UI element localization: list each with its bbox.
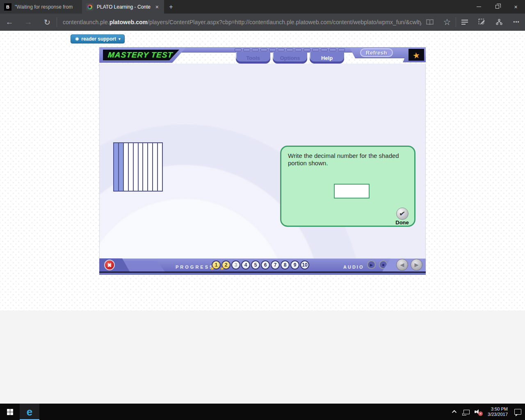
progress-circle-8[interactable]: 8 xyxy=(281,260,290,269)
plato-content-player: MASTERY TEST Tools Options Help Refresh … xyxy=(99,47,426,275)
plato-star-inner: ★ xyxy=(409,49,424,61)
plato-star-icon: ★ xyxy=(412,50,421,59)
strip-cell xyxy=(129,143,134,191)
restore-button[interactable] xyxy=(488,0,507,14)
header-segment xyxy=(338,48,345,51)
strip-cell xyxy=(124,143,129,191)
windows-taskbar: e xyxy=(0,404,525,420)
browser-tab-waiting[interactable]: B "Waiting for response from xyxy=(0,0,82,14)
progress-circle-7[interactable]: 7 xyxy=(271,260,280,269)
reading-view-icon[interactable] xyxy=(421,19,438,25)
header-segment xyxy=(312,48,319,51)
gear-icon: ✱ xyxy=(75,37,79,42)
refresh-button[interactable]: Refresh xyxy=(360,48,393,57)
strip-cell xyxy=(158,143,162,191)
done-circle[interactable]: ✔ xyxy=(396,208,409,220)
minimize-icon xyxy=(477,7,481,7)
tab-options[interactable]: Options xyxy=(273,52,307,64)
previous-question-button[interactable]: ◀ xyxy=(396,259,408,271)
windows-logo-icon xyxy=(7,409,13,415)
question-panel: Write the decimal number for the shaded … xyxy=(280,146,415,227)
b-favicon-icon: B xyxy=(4,3,11,11)
action-center-icon[interactable] xyxy=(513,404,523,420)
answer-input[interactable] xyxy=(334,184,370,199)
header-segment xyxy=(252,48,259,51)
reader-support-label: reader support xyxy=(81,36,116,42)
taskbar-edge-button[interactable]: e xyxy=(20,404,39,420)
browser-window: B "Waiting for response from PLATO Learn… xyxy=(0,0,525,420)
hub-lines-icon xyxy=(461,18,468,26)
audio-play-button[interactable]: ▶ xyxy=(367,260,376,269)
progress-circle-1[interactable]: 1★ xyxy=(212,260,221,269)
header-segment xyxy=(269,48,276,51)
strip-cell xyxy=(139,143,144,191)
new-tab-button[interactable]: + xyxy=(164,0,178,14)
header-segment xyxy=(243,48,250,51)
tab-help[interactable]: Help xyxy=(310,52,344,64)
system-tray: ✕ 3:50 PM 3/23/2017 xyxy=(450,404,525,420)
url-field[interactable]: contentlaunch.ple.platoweb.com/players/C… xyxy=(57,19,421,25)
header-segment xyxy=(295,48,302,51)
audio-label: AUDIO xyxy=(343,265,364,269)
header-segment xyxy=(278,48,285,51)
favorites-star-icon[interactable]: ☆ xyxy=(438,17,456,27)
done-button[interactable]: ✔ Done xyxy=(395,208,409,226)
edge-icon: e xyxy=(27,406,32,417)
share-icon[interactable] xyxy=(491,18,508,26)
done-label: Done xyxy=(395,219,409,226)
progress-circle-2[interactable]: 2★ xyxy=(221,260,231,269)
network-icon[interactable] xyxy=(461,404,471,420)
progress-circle-9[interactable]: 9 xyxy=(290,260,299,269)
header-segment xyxy=(304,48,310,51)
close-window-button[interactable]: × xyxy=(507,0,525,14)
progress-label: PROGRESS xyxy=(176,265,214,269)
window-controls: × xyxy=(470,0,525,14)
strip-cell xyxy=(148,143,153,191)
completed-star-icon: ★ xyxy=(210,266,214,271)
mute-badge-icon: ✕ xyxy=(478,411,483,416)
more-options-icon[interactable]: ••• xyxy=(508,19,525,25)
progress-circle-3[interactable]: 3 xyxy=(231,260,240,269)
header-segment xyxy=(329,48,336,51)
url-path: /players/ContentPlayer.aspx?cbp=http://c… xyxy=(148,19,421,25)
completed-star-icon: ★ xyxy=(220,266,224,271)
start-button[interactable] xyxy=(0,404,20,420)
tab-title: PLATO Learning - Conte xyxy=(97,4,151,10)
strip-cell xyxy=(153,143,158,191)
url-domain: platoweb.com xyxy=(110,19,148,25)
tab-tools[interactable]: Tools xyxy=(236,52,270,64)
back-icon[interactable]: ← xyxy=(0,18,19,27)
strip-cell-shaded xyxy=(119,143,124,191)
browser-tab-plato[interactable]: PLATO Learning - Conte × xyxy=(82,0,164,14)
strip-cell xyxy=(134,143,139,191)
checkmark-icon: ✔ xyxy=(399,210,406,218)
strip-cell xyxy=(143,143,148,191)
restore-icon xyxy=(495,5,499,9)
volume-muted-icon[interactable]: ✕ xyxy=(473,404,483,420)
header-segment xyxy=(321,48,328,51)
progress-circle-10[interactable]: 10 xyxy=(300,260,309,269)
hub-icon[interactable] xyxy=(456,18,473,26)
progress-circle-4[interactable]: 4 xyxy=(241,260,250,269)
question-text: Write the decimal number for the shaded … xyxy=(288,152,407,167)
exit-button[interactable]: ✖ xyxy=(104,260,115,270)
web-note-icon[interactable] xyxy=(473,18,491,26)
minimize-button[interactable] xyxy=(470,0,488,14)
close-tab-icon[interactable]: × xyxy=(154,4,160,10)
tab-title: "Waiting for response from xyxy=(15,4,78,10)
player-bottom-sliver xyxy=(99,273,426,275)
progress-circle-5[interactable]: 5 xyxy=(251,260,260,269)
clock[interactable]: 3:50 PM 3/23/2017 xyxy=(484,406,511,417)
forward-icon[interactable]: → xyxy=(19,18,38,27)
player-bottom-bar: ✖ PROGRESS 1★2★345678910 AUDIO ▶ ■ ◀ ▶ xyxy=(99,258,426,272)
mastery-test-header: MASTERY TEST Tools Options Help Refresh … xyxy=(99,47,426,64)
progress-circle-6[interactable]: 6 xyxy=(261,260,270,269)
reader-support-button[interactable]: ✱ reader support ▾ xyxy=(71,34,125,43)
webpage-lower-background xyxy=(0,310,525,404)
tray-chevron-up-icon[interactable] xyxy=(450,404,460,420)
mastery-test-logo-text: MASTERY TEST xyxy=(107,50,173,59)
refresh-icon[interactable]: ↻ xyxy=(38,18,57,27)
plato-favicon-icon xyxy=(86,3,94,11)
next-question-button[interactable]: ▶ xyxy=(411,259,422,271)
header-segment xyxy=(260,48,267,51)
